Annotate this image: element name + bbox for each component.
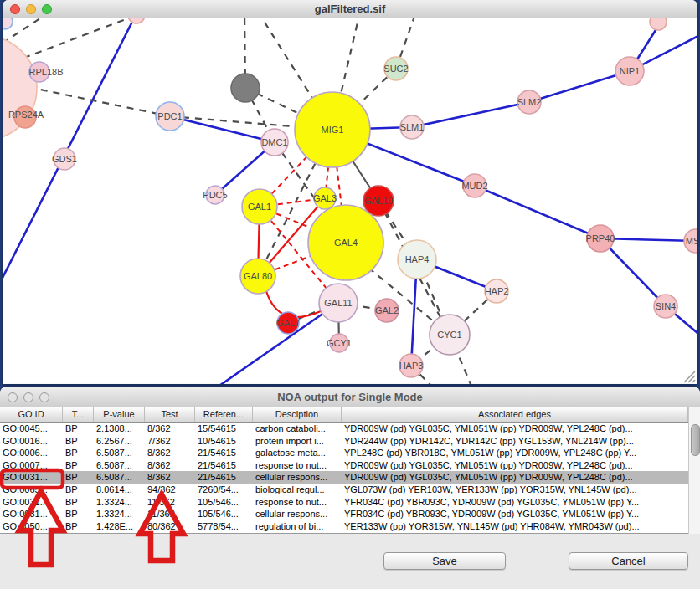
table-cell: cellular respons... <box>253 508 342 520</box>
table-cell: BP <box>63 447 94 459</box>
cancel-button[interactable]: Cancel <box>569 552 688 570</box>
table-row[interactable]: GO:0006...BP6.5087...8/36221/54615galact… <box>0 447 688 459</box>
network-node-label: GAL4 <box>334 238 358 248</box>
table-row[interactable]: GO:0045...BP2.1308...8/36215/54615carbon… <box>0 423 688 435</box>
network-window-titlebar[interactable]: galFiltered.sif <box>3 0 697 19</box>
column-header[interactable]: GO ID <box>0 407 63 422</box>
table-cell: 6.5087... <box>94 447 145 459</box>
table-row[interactable]: GO:0031...BP6.5087...8/36221/54615cellul… <box>0 471 688 484</box>
network-node-corner-node[interactable] <box>3 18 13 29</box>
column-header[interactable]: Test <box>145 407 195 422</box>
network-node-label: GAL1 <box>248 202 271 212</box>
network-node-label: HAP2 <box>485 286 509 296</box>
table-cell: GO:0050... <box>0 520 63 533</box>
table-cell: YGL073W (pd) YER103W, YER133W (pp) YOR31… <box>342 484 688 496</box>
network-window: galFiltered.sif RPL18BRPS24AGDS1PDC1DMC1… <box>3 0 697 384</box>
network-window-title: galFiltered.sif <box>3 0 697 18</box>
network-edge[interactable] <box>412 102 529 127</box>
network-node-label: HAP3 <box>399 361 424 371</box>
scrollbar-thumb[interactable] <box>691 424 700 456</box>
network-node-label: SUC2 <box>383 64 408 74</box>
network-node-gray-node[interactable] <box>231 74 260 102</box>
network-node-label: GAL2 <box>375 305 399 315</box>
close-button[interactable] <box>8 392 18 402</box>
network-node-label: GAL10 <box>364 196 393 206</box>
table-cell: BP <box>63 484 94 496</box>
table-cell: 8/362 <box>145 423 195 435</box>
table-cell: 8/362 <box>145 447 195 459</box>
network-edge[interactable] <box>211 303 338 384</box>
table-cell: cellular respons... <box>253 471 342 484</box>
network-edge[interactable] <box>475 186 600 238</box>
table-cell: 80/362 <box>145 520 195 533</box>
table-cell: 10/54615 <box>195 435 253 448</box>
noa-window-titlebar[interactable]: NOA output for Single Mode <box>0 387 700 408</box>
minimize-button[interactable] <box>26 4 36 14</box>
table-cell: GO:0045... <box>0 423 63 435</box>
table-cell: BP <box>63 496 94 509</box>
table-cell: 7/362 <box>145 435 195 448</box>
table-cell: YDR009W (pd) YGL035C, YML051W (pp) YDR00… <box>342 459 688 472</box>
network-node-label: GAL7 <box>276 318 300 328</box>
minimize-button[interactable] <box>23 392 33 402</box>
network-node-label: RPL18B <box>29 67 64 77</box>
table-cell: YFR034C (pd) YBR093C, YDR009W (pd) YGL03… <box>342 496 688 509</box>
table-cell: carbon cataboli... <box>253 423 342 435</box>
table-cell: regulation of bi... <box>253 520 342 533</box>
table-cell: 105/546... <box>195 496 253 509</box>
table-cell: GO:0065... <box>0 484 63 496</box>
table-row[interactable]: GO:0016...BP6.2567...7/36210/54615protei… <box>0 435 688 448</box>
network-canvas[interactable]: RPL18BRPS24AGDS1PDC1DMC1MIG1SUC2SLM1SLM2… <box>3 18 697 384</box>
table-row[interactable]: GO:0050...BP1.428E...80/3625778/54...reg… <box>0 520 688 533</box>
table-row[interactable]: GO:0065...BP8.0614...94/3627260/54...bio… <box>0 484 688 496</box>
table-cell: 8.0614... <box>94 484 145 496</box>
close-button[interactable] <box>10 4 20 14</box>
network-node-label: GDS1 <box>52 154 77 164</box>
table-cell: YDR009W (pd) YGL035C, YML051W (pp) YDR00… <box>342 471 688 484</box>
table-cell: BP <box>63 435 94 448</box>
network-edge[interactable] <box>600 238 666 306</box>
table-cell: 8/362 <box>145 459 195 472</box>
table-cell: GO:0006... <box>0 447 63 459</box>
zoom-button[interactable] <box>42 4 52 14</box>
network-node-label: PDC1 <box>157 111 182 121</box>
network-node-label: MIG1 <box>322 125 344 135</box>
noa-window-title: NOA output for Single Mode <box>0 387 700 407</box>
column-header[interactable]: P-value <box>94 407 145 422</box>
network-node-label: SLM2 <box>517 97 542 107</box>
table-cell: protein import i... <box>253 435 342 448</box>
table-cell: 8/362 <box>145 471 195 484</box>
network-node-label: RPS24A <box>8 110 44 120</box>
column-header[interactable]: T... <box>63 407 94 422</box>
vertical-scrollbar[interactable] <box>688 407 700 534</box>
resize-grip[interactable] <box>679 371 696 383</box>
save-button[interactable]: Save <box>383 552 506 570</box>
table-cell: response to nut... <box>253 496 342 509</box>
table-cell: GO:0016... <box>0 435 63 448</box>
column-header[interactable]: Associated edges <box>342 407 688 422</box>
table-cell: galactose meta... <box>253 447 342 459</box>
table-row[interactable]: GO:0007...BP6.5087...8/36221/54615respon… <box>0 459 688 472</box>
table-row[interactable]: GO:0031...BP1.3324...11/362105/546...res… <box>0 496 688 509</box>
network-node-label: GAL80 <box>244 271 272 281</box>
network-edge[interactable] <box>529 71 630 102</box>
table-cell: 2.1308... <box>94 423 145 435</box>
table-cell: YDR244W (pp) YDR142C, YDR142C (pp) YGL15… <box>342 435 688 448</box>
column-header[interactable]: Referen... <box>195 407 253 422</box>
table-cell: 1.3324... <box>94 508 145 520</box>
network-node-label: MSN <box>686 236 697 246</box>
zoom-button[interactable] <box>39 392 49 402</box>
network-node-label: PRP40 <box>586 233 615 243</box>
table-cell: 1.3324... <box>94 496 145 509</box>
table-row[interactable]: GO:0031...BP1.3324...11/362105/546...cel… <box>0 508 688 520</box>
table-cell: BP <box>63 471 94 484</box>
table-cell: GO:0031... <box>0 471 63 484</box>
column-header[interactable]: Desciption <box>253 407 342 422</box>
network-node-label: SLM1 <box>400 122 425 132</box>
table-header-row: GO IDT...P-valueTestReferen...Desciption… <box>0 407 688 423</box>
table-bottom-border <box>0 533 688 534</box>
table-cell: 21/54615 <box>195 471 253 484</box>
network-node-label: HAP4 <box>405 254 430 264</box>
network-node-top-node-b[interactable] <box>650 18 667 30</box>
table-cell: 11/362 <box>145 508 195 520</box>
